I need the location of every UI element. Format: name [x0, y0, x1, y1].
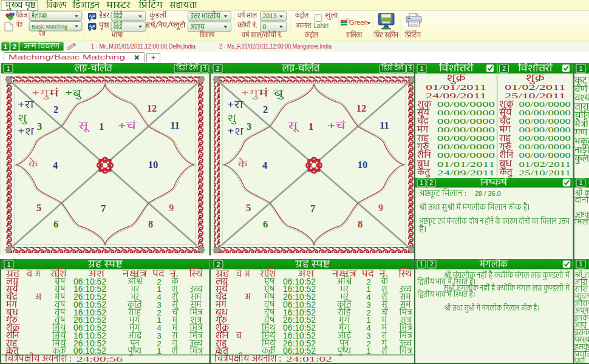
svg-text:1: 1 [420, 179, 423, 186]
svg-text:2: 2 [216, 261, 220, 268]
svg-text:00/00/0000: 00/00/0000 [519, 99, 571, 109]
svg-text:5: 5 [246, 202, 251, 214]
svg-text:2013: 2013 [263, 12, 277, 19]
svg-text:00/00/0000: 00/00/0000 [519, 142, 571, 151]
svg-text:1: 1 [308, 121, 313, 132]
svg-text:10: 10 [358, 159, 368, 170]
svg-text:9: 9 [378, 202, 383, 214]
svg-text:1: 1 [99, 121, 104, 132]
svg-text:01/02/2011: 01/02/2011 [505, 83, 565, 92]
svg-text:6: 6 [263, 218, 268, 230]
svg-text:5: 5 [36, 202, 41, 214]
svg-text:8: 8 [358, 218, 363, 230]
svg-text:C: C [90, 16, 94, 20]
svg-text:8: 8 [148, 218, 153, 230]
svg-text:3: 3 [37, 121, 42, 132]
svg-text:11: 11 [170, 120, 180, 131]
svg-text:0: 0 [263, 23, 267, 30]
svg-text:2: 2 [53, 104, 58, 115]
svg-text:C: C [90, 27, 94, 30]
svg-text:24/09/2011: 24/09/2011 [426, 91, 486, 100]
svg-text:4: 4 [53, 160, 58, 171]
svg-text:1: 1 [579, 65, 582, 72]
svg-text:1: 1 [579, 179, 582, 186]
svg-text:1: 1 [420, 65, 423, 72]
svg-text:25/10/2011: 25/10/2011 [519, 168, 571, 177]
svg-text:1: 1 [157, 346, 162, 356]
svg-text:28 / 36.0: 28 / 36.0 [475, 190, 501, 197]
svg-text:2 - Ms.,F,01/02/2011,12:00:00,: 2 - Ms.,F,01/02/2011,12:00:00,Mangalore,… [219, 42, 332, 50]
svg-text:00/00/0000: 00/00/0000 [519, 116, 571, 126]
svg-text:Lahiri: Lahiri [314, 22, 329, 29]
svg-text:1: 1 [7, 261, 10, 268]
svg-text:9: 9 [169, 202, 174, 214]
svg-text:7: 7 [310, 203, 315, 214]
svg-text:2: 2 [502, 65, 506, 72]
svg-text:1: 1 [6, 65, 10, 72]
svg-text:6: 6 [53, 218, 58, 230]
svg-text:1: 1 [4, 43, 7, 50]
svg-text:01/02/2011: 01/02/2011 [519, 160, 571, 169]
svg-text:01/01/2011: 01/01/2011 [426, 83, 486, 92]
svg-text:2: 2 [430, 260, 434, 268]
svg-text:Basic Matching: Basic Matching [32, 24, 67, 30]
svg-text:+: + [151, 53, 155, 62]
svg-text:3: 3 [247, 121, 251, 132]
svg-text:00/00/0000: 00/00/0000 [437, 125, 495, 134]
svg-text:4: 4 [262, 160, 267, 171]
svg-text:1: 1 [420, 260, 423, 268]
svg-text:00/00/0000: 00/00/0000 [437, 150, 495, 160]
svg-text:12: 12 [147, 103, 157, 114]
svg-text:24/09/2011: 24/09/2011 [437, 168, 495, 177]
svg-text:11: 11 [380, 120, 389, 131]
svg-text:12: 12 [356, 103, 367, 114]
svg-text:2: 2 [216, 65, 219, 72]
svg-text:10: 10 [148, 159, 158, 170]
svg-text:2: 2 [429, 179, 433, 186]
svg-text:00/00/0000: 00/00/0000 [437, 116, 495, 126]
svg-text:00/00/0000: 00/00/0000 [519, 150, 571, 160]
svg-text:24:01:02: 24:01:02 [286, 354, 332, 363]
svg-text:00/00/0000: 00/00/0000 [437, 108, 495, 117]
svg-text:2: 2 [13, 43, 16, 50]
svg-text:00/00/0000: 00/00/0000 [519, 125, 571, 134]
svg-text:1: 1 [579, 260, 582, 268]
svg-text:1 - Mr.,M,01/01/2011,12:00:00,: 1 - Mr.,M,01/01/2011,12:00:00,Delhi,Indi… [91, 42, 196, 50]
svg-text:Matching/Basic Matching: Matching/Basic Matching [9, 53, 125, 61]
svg-text:00/00/0000: 00/00/0000 [437, 99, 495, 109]
svg-text:25/10/2011: 25/10/2011 [505, 91, 565, 100]
svg-text:Green: Green [349, 19, 368, 26]
svg-text:00/00/0000: 00/00/0000 [437, 133, 495, 143]
svg-text:00/00/0000: 00/00/0000 [519, 133, 571, 143]
svg-text:7: 7 [101, 203, 106, 214]
svg-text:2: 2 [263, 104, 268, 115]
svg-text:00/00/0000: 00/00/0000 [437, 142, 495, 151]
svg-text:1: 1 [366, 346, 371, 356]
svg-text:01/01/2011: 01/01/2011 [437, 160, 495, 169]
svg-text:00/00/0000: 00/00/0000 [519, 108, 571, 117]
svg-text:24:00:56: 24:00:56 [77, 354, 123, 363]
